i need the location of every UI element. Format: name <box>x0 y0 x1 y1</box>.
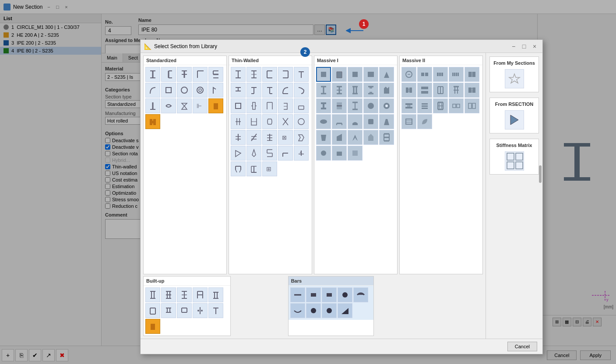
bar-icon-6[interactable] <box>290 303 305 318</box>
massive1-icon-12[interactable] <box>332 98 347 113</box>
m2-icon-8[interactable] <box>433 83 448 98</box>
from-rsection-icon[interactable] <box>505 110 524 130</box>
bar-icon-5[interactable] <box>353 287 368 302</box>
tw-icon-17[interactable] <box>246 114 261 129</box>
massive1-icon-6[interactable] <box>316 83 331 98</box>
massive1-icon-14[interactable] <box>363 98 378 113</box>
std-icon-orange-1[interactable] <box>208 98 223 113</box>
tw-icon-29[interactable] <box>278 146 293 161</box>
tw-icon-28[interactable] <box>262 146 277 161</box>
massive1-icon-25[interactable] <box>379 130 394 145</box>
massive1-icon-18[interactable] <box>348 114 363 129</box>
massive1-icon-27[interactable] <box>332 146 347 161</box>
bar-icon-1[interactable] <box>290 287 305 302</box>
tw-icon-30[interactable]: + <box>294 146 309 161</box>
tw-icon-12[interactable] <box>246 98 261 113</box>
massive1-icon-7[interactable] <box>332 83 347 98</box>
bar-icon-3[interactable] <box>322 287 337 302</box>
bu-icon-4[interactable] <box>193 287 208 302</box>
massive1-icon-22[interactable] <box>332 130 347 145</box>
massive1-icon-21[interactable] <box>316 130 331 145</box>
m2-icon-11[interactable] <box>401 98 416 113</box>
sections-scroll-area[interactable]: Standardized <box>141 53 486 339</box>
std-icon-11[interactable] <box>145 98 160 113</box>
bu-icon-1[interactable] <box>145 287 160 302</box>
std-icon-4[interactable] <box>193 67 208 82</box>
massive1-icon-20[interactable] <box>379 114 394 129</box>
std-icon-5[interactable] <box>208 67 223 82</box>
massive1-icon-26[interactable] <box>316 146 331 161</box>
tw-icon-22[interactable] <box>246 130 261 145</box>
bu-icon-8[interactable] <box>177 303 192 318</box>
modal-close-btn[interactable]: × <box>530 42 539 51</box>
m2-icon-2[interactable] <box>417 67 432 82</box>
m2-icon-7[interactable] <box>417 83 432 98</box>
massive1-icon-9[interactable] <box>363 83 378 98</box>
tw-icon-5[interactable] <box>294 67 309 82</box>
std-icon-13[interactable] <box>177 98 192 113</box>
tw-icon-7[interactable] <box>246 83 261 98</box>
m2-icon-10[interactable] <box>465 83 479 98</box>
bu-icon-6[interactable] <box>145 303 160 318</box>
bar-icon-9[interactable] <box>338 303 352 318</box>
massive1-icon-15[interactable] <box>379 98 394 113</box>
tw-icon-11[interactable] <box>231 98 246 113</box>
tw-icon-31[interactable] <box>231 161 246 176</box>
tw-icon-16[interactable] <box>231 114 246 129</box>
tw-icon-24[interactable]: ⊠ <box>278 130 293 145</box>
modal-minimize-btn[interactable]: − <box>509 42 518 51</box>
tw-icon-20[interactable] <box>294 114 309 129</box>
tw-icon-18[interactable] <box>262 114 277 129</box>
m2-icon-12[interactable] <box>417 98 432 113</box>
m2-icon-14[interactable] <box>449 98 464 113</box>
std-icon-10[interactable] <box>208 83 223 98</box>
bu-icon-10[interactable] <box>208 303 223 318</box>
tw-icon-21[interactable] <box>231 130 246 145</box>
tw-icon-4[interactable] <box>278 67 293 82</box>
bu-icon-7[interactable] <box>161 303 176 318</box>
tw-icon-27[interactable] <box>246 146 261 161</box>
massive1-icon-28[interactable] <box>348 146 363 161</box>
m2-icon-9[interactable] <box>449 83 464 98</box>
tw-icon-3[interactable] <box>262 67 277 82</box>
std-icon-2[interactable] <box>161 67 176 82</box>
m2-icon-6[interactable] <box>401 83 416 98</box>
massive1-icon-8[interactable] <box>348 83 363 98</box>
stiffness-matrix-icon[interactable] <box>505 151 524 171</box>
modal-cancel-btn[interactable]: Cancel <box>507 342 537 351</box>
tw-icon-25[interactable] <box>294 130 309 145</box>
tw-icon-10[interactable] <box>294 83 309 98</box>
m2-icon-3[interactable] <box>433 67 448 82</box>
massive1-icon-16[interactable] <box>316 114 331 129</box>
bu-icon-orange[interactable] <box>145 319 160 334</box>
m2-icon-17[interactable] <box>417 114 432 129</box>
massive1-icon-24[interactable] <box>363 130 378 145</box>
std-icon-7[interactable] <box>161 83 176 98</box>
bu-icon-3[interactable] <box>177 287 192 302</box>
tw-icon-1[interactable] <box>231 67 246 82</box>
tw-icon-6[interactable] <box>231 83 246 98</box>
tw-icon-13[interactable] <box>262 98 277 113</box>
bar-icon-7[interactable] <box>306 303 321 318</box>
tw-icon-15[interactable] <box>294 98 309 113</box>
m2-icon-13[interactable] <box>433 98 448 113</box>
bu-icon-2[interactable] <box>161 287 176 302</box>
tw-icon-14[interactable] <box>278 98 293 113</box>
massive1-icon-13[interactable] <box>348 98 363 113</box>
std-icon-1[interactable] <box>145 67 160 82</box>
bu-icon-9[interactable] <box>193 303 208 318</box>
tw-icon-32[interactable] <box>246 161 261 176</box>
massive1-icon-11[interactable] <box>316 98 331 113</box>
massive1-icon-2[interactable] <box>332 67 347 82</box>
bar-icon-8[interactable] <box>322 303 337 318</box>
std-icon-orange-2[interactable] <box>145 114 160 129</box>
tw-icon-2[interactable] <box>246 67 261 82</box>
bu-icon-5[interactable] <box>208 287 223 302</box>
m2-icon-15[interactable] <box>465 98 479 113</box>
tw-icon-19[interactable] <box>278 114 293 129</box>
massive1-icon-10[interactable] <box>379 83 394 98</box>
modal-maximize-btn[interactable]: □ <box>520 42 528 51</box>
std-icon-8[interactable] <box>177 83 192 98</box>
std-icon-3[interactable] <box>177 67 192 82</box>
massive1-icon-5[interactable] <box>379 67 394 82</box>
